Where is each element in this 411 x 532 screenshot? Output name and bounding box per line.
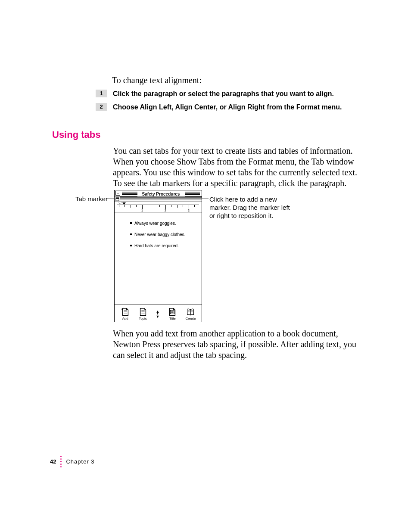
step-1-text: Click the paragraph or select the paragr… <box>113 90 334 98</box>
document-content-area[interactable]: Always wear goggles. Never wear baggy cl… <box>115 212 202 305</box>
tab-track[interactable] <box>120 196 202 202</box>
tab-track-bar[interactable] <box>115 196 202 202</box>
footer-dots-icon <box>60 456 62 467</box>
title-page-icon <box>168 307 177 317</box>
svg-rect-1 <box>115 197 118 199</box>
topic-button[interactable]: Topic <box>138 307 148 321</box>
document-page: To change text alignment: 1 Click the pa… <box>0 0 411 532</box>
add-label: Add <box>122 317 128 321</box>
step-1-number: 1 <box>96 90 107 97</box>
step-1: 1 Click the paragraph or select the para… <box>96 90 334 98</box>
bullet-icon <box>130 222 132 224</box>
create-button[interactable]: Create <box>185 307 196 321</box>
page-number: 42 <box>50 458 56 465</box>
body-paragraph-2: When you add text from another applicati… <box>113 328 358 361</box>
ruler-baseline-icon <box>117 205 199 205</box>
ruler[interactable]: 1 2 3 <box>115 202 202 212</box>
callout-line-right-icon <box>202 199 209 199</box>
callout-tab-marker: Tab marker <box>75 195 108 202</box>
ruler-label-3: 3 <box>188 209 190 212</box>
titlebar-lines-icon: Safety Procedures <box>122 192 200 195</box>
newton-press-window: Safety Procedures 1 2 <box>114 190 202 322</box>
bullet-icon <box>130 245 132 246</box>
page-nav-button[interactable]: ▲ • ▼ <box>156 310 160 318</box>
ruler-left-button[interactable] <box>115 196 120 202</box>
step-2-text: Choose Align Left, Align Center, or Alig… <box>113 103 342 112</box>
bullet-icon <box>130 233 132 235</box>
add-page-icon <box>121 307 130 317</box>
create-book-icon <box>186 307 195 317</box>
body-paragraph-1: You can set tabs for your text to create… <box>113 146 358 189</box>
chapter-label: Chapter 3 <box>66 458 94 465</box>
step-2-number: 2 <box>96 103 107 111</box>
page-footer: 42 Chapter 3 <box>50 456 95 467</box>
ruler-label-2: 2 <box>165 209 166 212</box>
window-titlebar[interactable]: Safety Procedures <box>115 190 202 196</box>
create-label: Create <box>185 317 196 321</box>
intro-text: To change text alignment: <box>112 74 202 86</box>
content-line: Never wear baggy clothes. <box>130 232 185 237</box>
ruler-label-1: 1 <box>141 209 143 212</box>
tab-marker-icon[interactable] <box>118 202 122 204</box>
section-heading: Using tabs <box>52 129 100 140</box>
title-button[interactable]: Title <box>168 307 177 321</box>
content-line: Always wear goggles. <box>130 221 176 226</box>
window-toolbar: Add Topic ▲ • ▼ <box>115 305 202 322</box>
page-nav-arrows-icon: ▲ • ▼ <box>156 310 160 318</box>
title-label: Title <box>169 317 176 321</box>
topic-page-icon <box>138 307 148 317</box>
add-button[interactable]: Add <box>121 307 130 321</box>
topic-label: Topic <box>139 317 147 321</box>
close-icon[interactable] <box>115 191 120 196</box>
callout-add-marker: Click here to add a new marker. Drag the… <box>209 195 291 220</box>
window-title: Safety Procedures <box>137 192 185 197</box>
content-line: Hard hats are required. <box>130 243 179 249</box>
step-2: 2 Choose Align Left, Align Center, or Al… <box>96 103 342 112</box>
